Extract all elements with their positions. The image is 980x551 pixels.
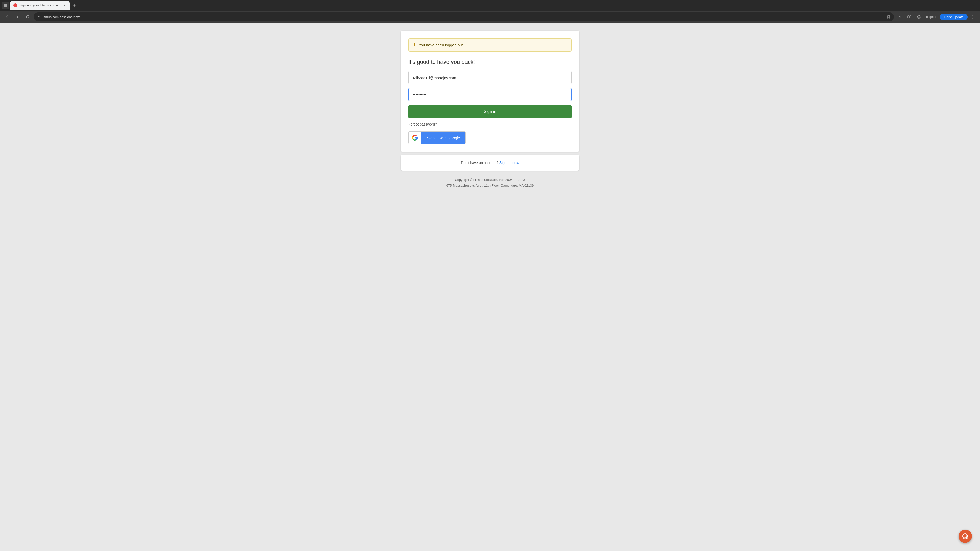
refresh-button[interactable] <box>24 13 32 21</box>
active-tab[interactable]: L Sign in to your Litmus account ✕ <box>10 1 70 10</box>
svg-point-4 <box>920 17 921 18</box>
address-line: 675 Massachusetts Ave., 11th Floor, Camb… <box>446 183 534 189</box>
google-g-icon <box>412 135 418 141</box>
main-card: ℹ You have been logged out. It's good to… <box>401 30 579 152</box>
email-input[interactable] <box>408 71 572 84</box>
new-tab-button[interactable]: + <box>71 2 78 9</box>
bookmark-icon[interactable] <box>887 15 891 19</box>
nav-bar: litmus.com/sessions/new <box>0 11 980 23</box>
sign-in-button[interactable]: Sign in <box>408 105 572 118</box>
welcome-heading: It's good to have you back! <box>408 59 572 65</box>
sign-up-link[interactable]: Sign up now <box>500 161 519 165</box>
forgot-password-link[interactable]: Forgot password? <box>408 122 437 126</box>
svg-point-9 <box>964 535 966 537</box>
svg-rect-1 <box>907 16 909 18</box>
logout-message: You have been logged out. <box>418 43 464 47</box>
url-text: litmus.com/sessions/new <box>43 15 885 19</box>
support-button[interactable] <box>959 530 972 543</box>
svg-rect-2 <box>910 16 911 18</box>
no-account-text: Don't have an account? <box>461 161 500 165</box>
tab-title: Sign in to your Litmus account <box>19 3 60 7</box>
svg-point-0 <box>38 16 40 17</box>
page-footer: Copyright © Litmus Software, Inc. 2005 —… <box>446 177 534 189</box>
finish-update-button[interactable]: Finish update <box>940 14 968 21</box>
address-bar[interactable]: litmus.com/sessions/new <box>34 13 894 21</box>
google-sign-in-button[interactable]: Sign in with Google <box>408 131 466 144</box>
lifebuoy-icon <box>962 533 969 540</box>
back-button[interactable] <box>3 13 11 21</box>
more-options-button[interactable] <box>969 13 977 21</box>
tab-favicon: L <box>13 3 18 7</box>
tab-bar: L Sign in to your Litmus account ✕ + <box>0 0 980 11</box>
svg-point-6 <box>973 17 974 17</box>
tab-switcher[interactable] <box>2 2 9 9</box>
svg-point-7 <box>973 18 974 19</box>
page-content: ℹ You have been logged out. It's good to… <box>0 23 980 551</box>
info-icon: ℹ <box>414 42 415 48</box>
svg-point-3 <box>919 17 920 18</box>
split-view-button[interactable] <box>905 13 913 21</box>
logout-banner: ℹ You have been logged out. <box>408 38 572 52</box>
svg-point-5 <box>973 15 974 16</box>
password-input[interactable] <box>408 88 572 101</box>
google-icon-box <box>409 132 422 144</box>
copyright-line: Copyright © Litmus Software, Inc. 2005 —… <box>446 177 534 183</box>
google-button-label: Sign in with Google <box>422 132 466 144</box>
tab-close-button[interactable]: ✕ <box>62 3 67 7</box>
nav-actions: Incognito Finish update <box>896 13 977 21</box>
forward-button[interactable] <box>13 13 21 21</box>
incognito-badge: Incognito <box>915 13 939 21</box>
footer-card: Don't have an account? Sign up now <box>401 155 579 171</box>
incognito-label: Incognito <box>924 15 936 19</box>
browser-chrome: L Sign in to your Litmus account ✕ + <box>0 0 980 23</box>
download-button[interactable] <box>896 13 904 21</box>
